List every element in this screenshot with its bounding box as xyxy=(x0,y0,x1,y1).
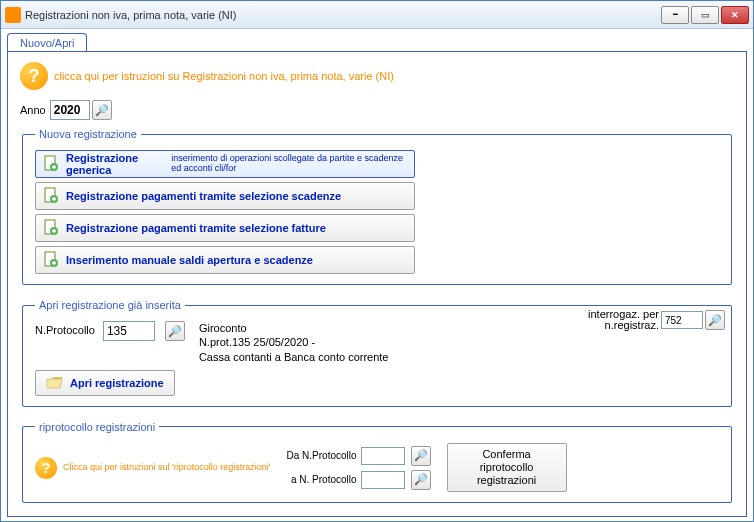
riprotocollo-help-text: Clicca qui per istruzioni sul 'riprotoco… xyxy=(63,462,271,474)
da-nprotocollo-lookup-button[interactable]: 🔎 xyxy=(411,446,431,466)
nprotocollo-lookup-button[interactable]: 🔎 xyxy=(165,321,185,341)
titlebar: Registrazioni non iva, prima nota, varie… xyxy=(1,1,753,29)
content-panel: ? clicca qui per istruzioni su Registraz… xyxy=(7,51,747,517)
document-add-icon xyxy=(42,251,60,269)
anno-label: Anno xyxy=(20,104,46,116)
legend-riprotocollo: riprotocollo registrazioni xyxy=(35,421,159,433)
riprotocollo-inputs: Da N.Protocollo 🔎 a N. Protocollo 🔎 xyxy=(287,446,431,490)
btn-label: Inserimento manuale saldi apertura e sca… xyxy=(66,254,313,266)
detail-line-1: Giroconto xyxy=(199,321,389,335)
close-button[interactable] xyxy=(721,6,749,24)
btn-label: Registrazione pagamenti tramite selezion… xyxy=(66,222,326,234)
document-add-icon xyxy=(42,155,60,173)
interrog-input[interactable] xyxy=(661,311,703,329)
tab-nuovo-apri[interactable]: Nuovo/Apri xyxy=(7,33,87,52)
apri-registrazione-label: Apri registrazione xyxy=(70,377,164,389)
fieldset-nuova-registrazione: Nuova registrazione Registrazione generi… xyxy=(22,128,732,285)
btn-inserimento-manuale-saldi[interactable]: Inserimento manuale saldi apertura e sca… xyxy=(35,246,415,274)
btn-label: Registrazione pagamenti tramite selezion… xyxy=(66,190,341,202)
interrog-label: interrogaz. pern.registraz. xyxy=(588,309,659,331)
detail-line-3: Cassa contanti a Banca conto corrente xyxy=(199,350,389,364)
riprotocollo-help[interactable]: ? Clicca qui per istruzioni sul 'riproto… xyxy=(35,457,271,479)
maximize-button[interactable] xyxy=(691,6,719,24)
interrog-lookup-button[interactable]: 🔎 xyxy=(705,310,725,330)
detail-line-2: N.prot.135 25/05/2020 - xyxy=(199,335,389,349)
btn-desc: inserimento di operazioni scollegate da … xyxy=(171,154,408,174)
riprotocollo-row: ? Clicca qui per istruzioni sul 'riproto… xyxy=(35,443,719,493)
da-nprotocollo-label: Da N.Protocollo xyxy=(287,450,357,461)
binoculars-icon: 🔎 xyxy=(708,314,722,327)
registrazione-details: Giroconto N.prot.135 25/05/2020 - Cassa … xyxy=(199,321,389,364)
a-nprotocollo-label: a N. Protocollo xyxy=(287,474,357,485)
binoculars-icon: 🔎 xyxy=(414,449,428,462)
legend-apri-registrazione: Apri registrazione già inserita xyxy=(35,299,185,311)
legend-nuova-registrazione: Nuova registrazione xyxy=(35,128,141,140)
interrogazione-bar: interrogaz. pern.registraz. 🔎 xyxy=(588,309,725,331)
nprotocollo-input[interactable] xyxy=(103,321,155,341)
help-row-main[interactable]: ? clicca qui per istruzioni su Registraz… xyxy=(20,62,734,90)
btn-registrazione-generica[interactable]: Registrazione generica inserimento di op… xyxy=(35,150,415,178)
document-add-icon xyxy=(42,187,60,205)
binoculars-icon: 🔎 xyxy=(95,104,109,117)
nuova-reg-buttons: Registrazione generica inserimento di op… xyxy=(35,150,415,274)
binoculars-icon: 🔎 xyxy=(168,325,182,338)
help-text-main: clicca qui per istruzioni su Registrazio… xyxy=(54,69,394,83)
btn-registrazione-pagamenti-fatture[interactable]: Registrazione pagamenti tramite selezion… xyxy=(35,214,415,242)
a-nprotocollo-lookup-button[interactable]: 🔎 xyxy=(411,470,431,490)
minimize-button[interactable] xyxy=(661,6,689,24)
anno-lookup-button[interactable]: 🔎 xyxy=(92,100,112,120)
conferma-riprotocollo-button[interactable]: Conferma riprotocollo registrazioni xyxy=(447,443,567,493)
window-controls xyxy=(661,6,749,24)
anno-input[interactable] xyxy=(50,100,90,120)
nprotocollo-label: N.Protocollo xyxy=(35,321,95,336)
apri-registrazione-button[interactable]: Apri registrazione xyxy=(35,370,175,396)
anno-row: Anno 🔎 xyxy=(20,100,734,120)
document-add-icon xyxy=(42,219,60,237)
window-title: Registrazioni non iva, prima nota, varie… xyxy=(25,9,661,21)
folder-open-icon xyxy=(46,375,64,391)
a-nprotocollo-input[interactable] xyxy=(361,471,405,489)
da-nprotocollo-input[interactable] xyxy=(361,447,405,465)
fieldset-riprotocollo: riprotocollo registrazioni ? Clicca qui … xyxy=(22,421,732,504)
tabstrip: Nuovo/Apri xyxy=(1,29,753,51)
question-icon: ? xyxy=(35,457,57,479)
btn-registrazione-pagamenti-scadenze[interactable]: Registrazione pagamenti tramite selezion… xyxy=(35,182,415,210)
fieldset-apri-registrazione: Apri registrazione già inserita interrog… xyxy=(22,299,732,407)
binoculars-icon: 🔎 xyxy=(414,473,428,486)
question-icon: ? xyxy=(20,62,48,90)
application-window: Registrazioni non iva, prima nota, varie… xyxy=(0,0,754,522)
btn-label: Registrazione generica xyxy=(66,152,161,176)
app-icon xyxy=(5,7,21,23)
